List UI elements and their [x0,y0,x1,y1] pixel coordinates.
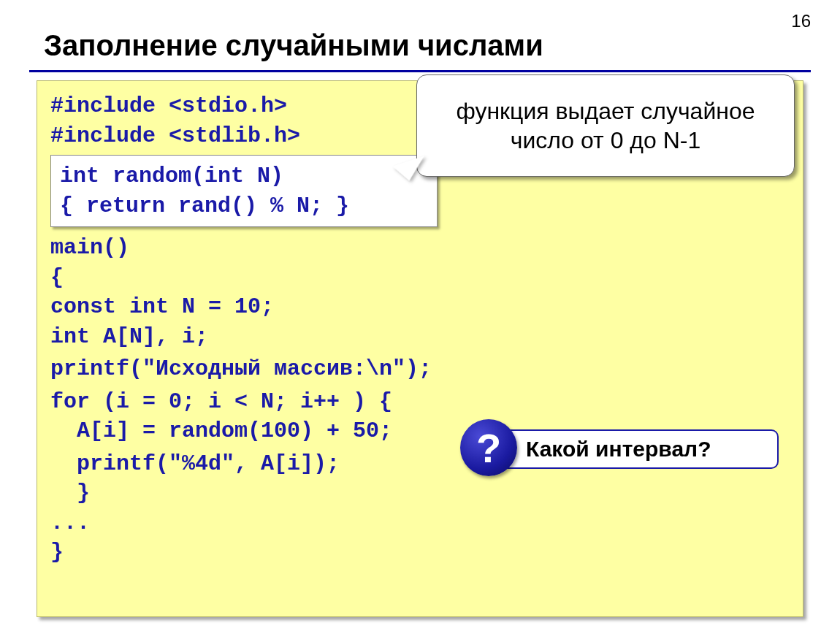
code-line: } [50,538,790,567]
callout-text: функция выдает случайное число от 0 до N… [429,96,782,155]
code-line: ... [50,508,790,538]
title-underline [29,70,811,72]
slide-title: Заполнение случайными числами [44,29,543,62]
code-line: { return rand() % N; } [60,191,428,221]
code-line: const int N = 10; [50,292,790,322]
question-label: Какой интервал? [526,437,711,462]
code-line: int random(int N) [60,161,428,191]
code-line: main() [50,233,790,263]
callout-bubble: функция выдает случайное число от 0 до N… [416,74,795,177]
inner-code-box: int random(int N) { return rand() % N; } [50,155,438,227]
question-mark-icon: ? [460,419,517,476]
code-line: } [50,478,790,508]
question-pill: Какой интервал? [486,429,779,469]
code-line: { [50,263,790,293]
code-line: for (i = 0; i < N; i++ ) { [50,387,790,417]
code-line: printf("Исходный массив:\n"); [50,354,790,384]
code-line: int A[N], i; [50,322,790,352]
question-mark-glyph: ? [476,424,501,472]
page-number: 16 [791,11,811,31]
